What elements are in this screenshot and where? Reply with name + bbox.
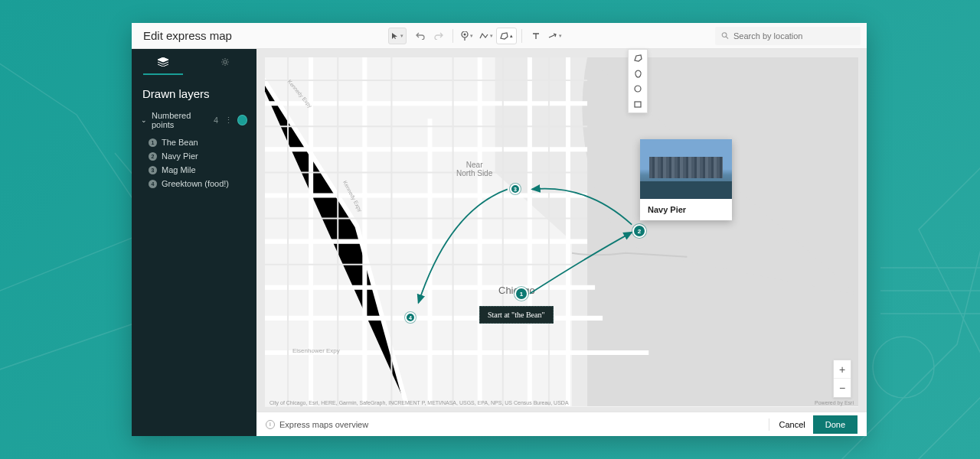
undo-button[interactable] [411,28,430,44]
done-button[interactable]: Done [813,415,858,434]
map-pin-4[interactable]: 4 [405,312,416,323]
layer-item-label: Navy Pier [162,151,198,161]
pin-icon: 3 [149,166,157,174]
map-pin-2[interactable]: 2 [632,224,646,238]
svg-point-6 [224,60,227,63]
select-tool[interactable]: ▾ [388,28,407,44]
cancel-button[interactable]: Cancel [779,420,805,429]
svg-point-2 [722,33,727,37]
chevron-down-icon: ▾ [400,33,403,39]
polygon-option[interactable] [632,53,643,63]
chevron-down-icon: ⌄ [141,116,147,124]
layer-group-header[interactable]: ⌄ Numbered points 4 ⋮ [132,108,256,132]
search-input[interactable] [733,31,854,41]
sidebar-section-title: Drawn layers [132,75,256,108]
svg-point-0 [873,337,934,398]
info-icon: i [266,420,275,429]
arrow-tool[interactable]: ▾ [545,28,565,44]
topbar: Edit express map ▾ ▾ ▾ [132,23,867,49]
map-pin-3[interactable]: 3 [510,184,521,194]
svg-rect-5 [635,102,641,107]
chevron-down-icon: ▾ [490,33,493,39]
freehand-option[interactable] [632,68,643,79]
shape-tool[interactable]: ▴ [496,28,517,44]
search-icon [721,31,729,40]
layer-item[interactable]: 4Greektown (food!) [149,177,256,190]
pin-icon: 4 [149,180,157,188]
redo-button[interactable] [430,28,448,44]
svg-point-4 [635,86,641,92]
app-window: Edit express map ▾ ▾ ▾ [132,23,867,436]
point-tool[interactable]: ▾ [458,28,476,44]
svg-point-1 [464,33,466,35]
chevron-up-icon: ▴ [510,33,513,39]
feature-popup[interactable]: Navy Pier [640,139,732,220]
sidebar: Drawn layers ⌄ Numbered points 4 ⋮ 1The … [132,49,256,436]
rectangle-option[interactable] [632,99,643,109]
search-box[interactable] [715,27,861,45]
popup-title: Navy Pier [640,199,732,220]
layer-color-badge[interactable] [237,115,247,125]
layer-name: Numbered points [152,111,209,129]
map-panel: Chicago NearNorth Side Eisenhower Expy K… [256,49,867,436]
layer-item-label: Greektown (food!) [162,179,229,188]
overview-link[interactable]: Express maps overview [279,420,368,429]
settings-tab[interactable] [194,49,257,75]
layer-item[interactable]: 1The Bean [149,135,256,149]
line-tool[interactable]: ▾ [476,28,496,44]
pin-icon: 2 [149,152,157,161]
layer-item[interactable]: 3Mag Mile [149,163,256,177]
footer: i Express maps overview Cancel Done [256,412,867,436]
toolbar: ▾ ▾ ▾ ▴ [388,23,565,48]
shape-dropdown [628,49,648,113]
circle-option[interactable] [632,83,643,94]
map-canvas[interactable]: Chicago NearNorth Side Eisenhower Expy K… [265,57,858,407]
pin-icon: 1 [149,138,157,147]
popup-image [640,139,732,199]
map-pin-1[interactable]: 1 [514,287,528,301]
chevron-down-icon: ▾ [559,33,562,39]
layers-icon [158,57,168,67]
gear-icon [220,57,230,67]
layer-item-label: The Bean [162,138,198,147]
layer-item-label: Mag Mile [162,165,196,174]
chevron-down-icon: ▾ [470,33,473,39]
text-tool[interactable] [527,28,545,44]
svg-line-3 [726,37,728,39]
page-title: Edit express map [132,29,388,42]
layer-item[interactable]: 2Navy Pier [149,149,256,163]
more-icon[interactable]: ⋮ [224,116,233,125]
layer-count: 4 [214,116,218,125]
layers-tab[interactable] [132,49,194,75]
